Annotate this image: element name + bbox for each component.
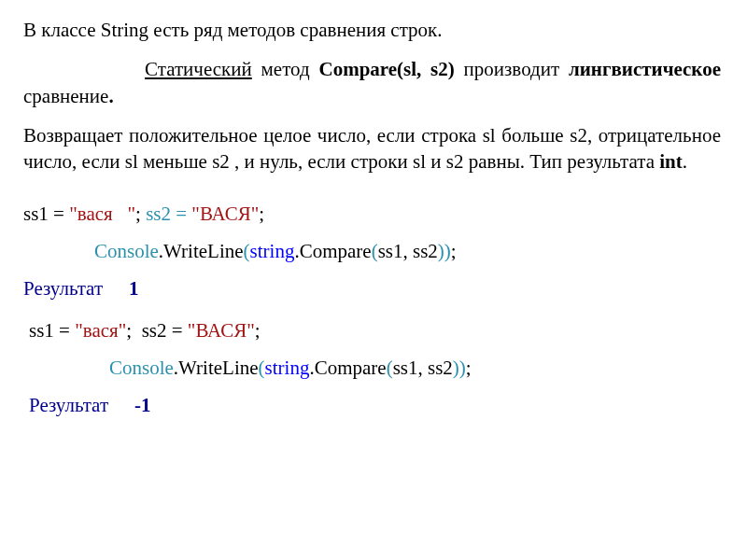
wl: WriteLine [163,240,243,262]
cmpb: Compare [315,357,387,379]
slide-content: В классе String есть ряд методов сравнен… [0,0,747,441]
semi2: ; [259,203,264,225]
s2: "ВАСЯ" [191,203,259,225]
tail1: производит [455,58,569,80]
call-line-1: Console.WriteLine(string.Compare(ss1, ss… [23,233,721,271]
return-text: Возвращает положительное целое число, ес… [23,124,721,173]
static-word: Статический [145,58,252,80]
semib: ; [466,357,472,379]
compare-signature: Compare(sl, s2) [318,58,454,80]
strb: string [265,357,310,379]
semi: ; [451,240,457,262]
result-value-1: 1 [129,277,139,300]
open: ( [244,240,250,262]
dot: . [108,85,113,107]
open2b: ( [387,357,393,379]
s1: "вася " [69,203,135,225]
args: ss1, ss2 [378,240,438,262]
method-word: метод [252,58,319,80]
s1b: "вася" [75,319,126,342]
argsb: ss1, ss2 [393,357,453,379]
assign-line-2: ss1 = "вася"; ss2 = "ВАСЯ"; [29,313,721,350]
s2b: "ВАСЯ" [188,319,255,342]
code-example-2: ss1 = "вася"; ss2 = "ВАСЯ"; Console.Writ… [23,313,721,425]
openb: ( [259,357,265,379]
a1: ss1 = [23,203,69,225]
compare-description: Статический метод Compare(sl, s2) произв… [23,56,721,109]
str: string [250,240,295,262]
closeb: )) [453,357,466,379]
a2b: ss2 = [142,319,188,342]
linguistic-word: лингвистическое [569,58,721,80]
cmp: Compare [300,240,372,262]
return-dot: . [683,150,687,173]
a2: ss2 = [146,203,191,225]
return-description: Возвращает положительное целое число, ес… [23,122,721,175]
cw: Console [94,240,159,262]
code-example-1: ss1 = "вася "; ss2 = "ВАСЯ"; Console.Wri… [23,196,721,308]
result-line-2: Результат-1 [29,387,721,425]
result-value-2: -1 [134,394,151,416]
result-label-2: Результат [29,394,108,416]
tail2: сравнение [23,85,108,107]
assign-line-1: ss1 = "вася "; ss2 = "ВАСЯ"; [23,196,721,233]
call-line-2: Console.WriteLine(string.Compare(ss1, ss… [29,350,721,387]
int-word: int [659,150,683,173]
semi2b: ; [255,319,261,342]
close: )) [438,240,451,262]
semi1: ; [135,203,146,225]
result-label-1: Результат [23,277,103,300]
open2: ( [372,240,378,262]
intro-text: В классе String есть ряд методов сравнен… [23,17,721,43]
cwb: Console [109,357,174,379]
result-line-1: Результат1 [23,271,721,308]
semi1b: ; [126,319,141,342]
a1b: ss1 = [29,319,75,342]
wlb: WriteLine [178,357,258,379]
